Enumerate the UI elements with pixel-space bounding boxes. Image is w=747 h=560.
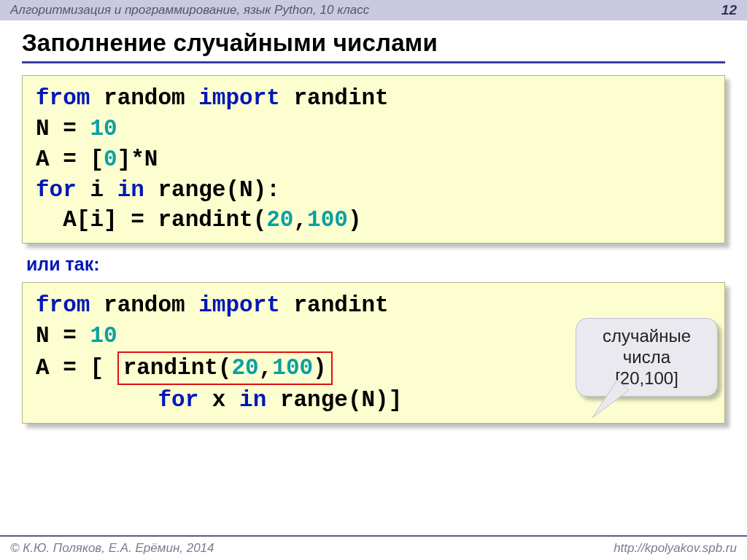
or-label: или так:	[26, 254, 725, 275]
svg-marker-0	[592, 380, 629, 418]
footer-bar: © К.Ю. Поляков, Е.А. Ерёмин, 2014 http:/…	[0, 535, 747, 560]
callout-line: числа	[582, 347, 711, 368]
code-line: from random import randint	[36, 83, 711, 114]
slide-title: Заполнение случайными числами	[22, 28, 725, 63]
code-block-1: from random import randint N = 10 A = [0…	[22, 75, 725, 244]
copyright-text: © К.Ю. Поляков, Е.А. Ерёмин, 2014	[10, 541, 214, 556]
callout-line: случайные	[582, 326, 711, 347]
code-line: from random import randint	[36, 290, 711, 321]
highlight-box: randint(20,100)	[117, 351, 333, 385]
code-line: for i in range(N):	[36, 175, 711, 206]
code-line: A = [0]*N	[36, 144, 711, 175]
code-line: N = 10	[36, 114, 711, 144]
course-title: Алгоритмизация и программирование, язык …	[10, 3, 369, 18]
footer-url: http://kpolyakov.spb.ru	[614, 541, 737, 556]
callout-tail-icon	[565, 374, 630, 425]
page-number: 12	[721, 2, 737, 18]
code-line: A[i] = randint(20,100)	[36, 205, 711, 236]
header-bar: Алгоритмизация и программирование, язык …	[0, 0, 747, 20]
